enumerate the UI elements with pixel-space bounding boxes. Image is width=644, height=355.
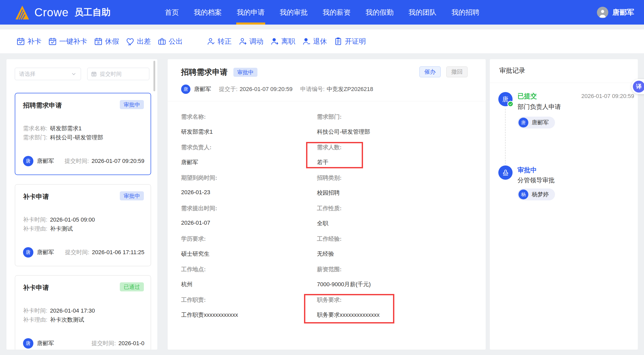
filter-select[interactable]: 请选择 [15, 68, 81, 80]
nav-tab-my-recruiting[interactable]: 我的招聘 [451, 0, 480, 25]
card-field-label: 需求名称: [23, 125, 47, 132]
toolbar-button-resign[interactable]: 离职 [270, 37, 295, 46]
approver-name: 唐郦军 [532, 119, 549, 126]
nav-menu: 首页 我的档案 我的申请 我的审批 我的薪资 我的假勤 我的团队 我的招聘 [164, 0, 480, 25]
withdraw-button[interactable]: 撤回 [446, 66, 468, 77]
field-demand-owner: 需求负责人:唐郦军 [181, 143, 317, 174]
toolbar-button-confirmation[interactable]: 转正 [206, 37, 232, 46]
field-job-nature: 工作性质:全职 [317, 205, 472, 235]
application-card-buka-passed[interactable]: 补卡申请 已通过 补卡时间:2026-01-04 17:30 补卡理由:补卡次数… [15, 275, 151, 350]
application-card-buka[interactable]: 补卡申请 审批中 补卡时间:2026-01-05 09:00 补卡理由:补卡测试… [15, 184, 151, 266]
nav-tab-my-profile[interactable]: 我的档案 [193, 0, 222, 25]
step-status-submitted: 已提交 [517, 92, 537, 100]
status-badge: 审批中 [233, 68, 257, 77]
svg-text:休: 休 [97, 41, 100, 44]
approval-record-panel: 审批记录 唐 已提交 2026-01-07 09:20:59 部门负责人申请 唐… [490, 59, 638, 350]
field-recruit-type: 招聘类别:校园招聘 [317, 174, 472, 205]
avatar: 唐 [23, 156, 33, 166]
quick-actions-toolbar: 补卡 一键补卡 休 休假 出差 公出 转正 调动 离职 [0, 29, 644, 53]
brand-logo: Crowe 员工自助 [14, 0, 110, 25]
avatar: 杨 [519, 190, 528, 199]
avatar: 唐 [181, 85, 190, 94]
toolbar-button-transfer[interactable]: 调动 [238, 37, 263, 46]
submitted-at-label: 提交于: [219, 85, 238, 93]
top-nav: Crowe 员工自助 首页 我的档案 我的申请 我的审批 我的薪资 我的假勤 我… [0, 0, 644, 25]
person-icon [598, 9, 607, 18]
toolbar-button-buka[interactable]: 补卡 [16, 37, 41, 46]
nav-tab-my-salary[interactable]: 我的薪资 [322, 0, 351, 25]
nav-tab-my-applications[interactable]: 我的申请 [236, 0, 265, 25]
card-field-label: 补卡时间: [23, 216, 47, 223]
card-field-value: 2026-01-04 17:30 [50, 307, 95, 314]
person-leave-icon [270, 37, 279, 46]
translate-fab[interactable]: 译 [631, 79, 644, 94]
approver-pill: 唐 唐郦军 [517, 117, 555, 129]
application-card-recruit-demand[interactable]: 招聘需求申请 审批中 需求名称:研发部需求1 需求部门:科技公司-研发管理部 唐… [15, 93, 151, 175]
nav-tab-my-approvals[interactable]: 我的审批 [279, 0, 308, 25]
nav-tab-home[interactable]: 首页 [164, 0, 179, 25]
urge-button[interactable]: 催办 [419, 66, 441, 77]
toolbar-label: 退休 [313, 37, 327, 46]
step-status-in-approval: 审批中 [517, 166, 537, 174]
card-field-label: 需求部门: [23, 134, 47, 141]
submit-time-value: 2026-01-07 09:20:59 [92, 158, 144, 164]
nav-tab-my-attendance[interactable]: 我的假勤 [365, 0, 394, 25]
avatar: 唐 [23, 247, 33, 258]
card-field-value: 科技公司-研发管理部 [50, 134, 103, 141]
toolbar-label: 出差 [137, 37, 151, 46]
step-description: 分管领导审批 [517, 176, 555, 184]
brand-name: Crowe [34, 6, 69, 19]
step-description: 部门负责人申请 [517, 103, 561, 111]
check-badge-icon [507, 101, 514, 107]
toolbar-label: 休假 [105, 37, 119, 46]
toolbar-button-official-out[interactable]: 公出 [158, 37, 183, 46]
avatar: 唐 [23, 338, 33, 349]
card-title: 补卡申请 [23, 283, 49, 292]
application-no-label: 申请编号: [300, 85, 324, 93]
user-menu[interactable]: 唐郦军 [597, 0, 634, 25]
calendar-check-icon [48, 37, 57, 46]
sidebar-scrollbar[interactable] [153, 61, 155, 91]
submit-time-value: 2026-01-0 [119, 340, 144, 346]
approver-name: 杨梦婷 [532, 191, 549, 198]
timeline-connector [505, 109, 506, 164]
translate-icon: 译 [633, 81, 644, 93]
toolbar-label: 公出 [169, 37, 183, 46]
submit-time-date-input[interactable]: 提交时间 [87, 68, 149, 80]
nav-tab-my-team[interactable]: 我的团队 [408, 0, 437, 25]
chevron-down-icon [71, 71, 77, 77]
detail-fields-grid: 需求名称:研发部需求1 需求部门:科技公司-研发管理部 需求负责人:唐郦军 需求… [181, 113, 472, 327]
field-salary-range: 薪资范围:7000-9000月薪(千元) [317, 266, 472, 296]
card-title: 补卡申请 [23, 192, 49, 201]
field-job-requirement: 职务要求:职务要求xxxxxxxxxxxxxx [317, 296, 472, 327]
card-field-label: 补卡时间: [23, 307, 47, 314]
card-field-label: 补卡理由: [23, 225, 47, 232]
toolbar-label: 转正 [218, 37, 232, 46]
card-title: 招聘需求申请 [23, 101, 62, 110]
toolbar-label: 调动 [249, 37, 263, 46]
user-name: 唐郦军 [612, 7, 634, 17]
toolbar-button-one-click-buka[interactable]: 一键补卡 [48, 37, 87, 46]
card-field-label: 补卡理由: [23, 316, 47, 323]
toolbar-label: 补卡 [27, 37, 41, 46]
page-title: 招聘需求申请 [181, 67, 228, 78]
applications-sidebar: 请选择 提交时间 招聘需求申请 审批中 需求名称:研发部需求1 需求部门:科技公… [6, 59, 157, 350]
toolbar-button-certificate[interactable]: 开证明 [334, 37, 366, 46]
toolbar-button-leave[interactable]: 休 休假 [94, 37, 119, 46]
page: Crowe 员工自助 首页 我的档案 我的申请 我的审批 我的薪资 我的假勤 我… [0, 0, 644, 355]
card-footer: 唐 唐郦军 提交时间:2026-01-06 17:11:25 [23, 247, 144, 258]
divider [490, 83, 638, 83]
submit-time-label: 提交时间: [65, 158, 89, 164]
approval-title: 审批记录 [499, 66, 525, 75]
calendar-rest-icon: 休 [94, 37, 103, 46]
stamp-icon [502, 169, 509, 177]
person-check-icon [206, 37, 215, 46]
toolbar-button-business-trip[interactable]: 出差 [126, 37, 151, 46]
divider [168, 101, 486, 101]
toolbar-button-retire[interactable]: 退休 [302, 37, 327, 46]
submitter-name: 唐郦军 [37, 157, 54, 165]
field-headcount: 需求人数:若干 [317, 143, 472, 174]
field-demand-dept: 需求部门:科技公司-研发管理部 [317, 113, 472, 143]
approver-pill: 杨 杨梦婷 [517, 188, 555, 200]
submitter-row: 唐 唐郦军 提交于: 2026-01-07 09:20:59 申请编号: 中竞发… [181, 85, 373, 94]
